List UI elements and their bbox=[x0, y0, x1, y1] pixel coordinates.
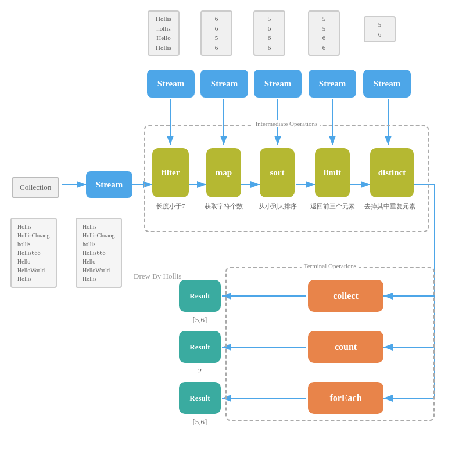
op-filter-label: 长度小于7 bbox=[146, 202, 195, 211]
watermark: Drew By Hollis bbox=[134, 272, 181, 281]
op-filter: filter bbox=[152, 148, 189, 197]
diagram-container: Hollis hollis Hello Hollis 6 6 5 6 5 6 6… bbox=[0, 0, 466, 476]
collection-box: Collection bbox=[12, 177, 59, 198]
stream-btn-main: Stream bbox=[86, 171, 132, 198]
op-distinct-label: 去掉其中重复元素 bbox=[358, 202, 422, 211]
op-collect: collect bbox=[308, 280, 383, 312]
op-limit: limit bbox=[315, 148, 350, 197]
data-card-2: 6 6 5 6 bbox=[200, 10, 232, 56]
op-limit-label: 返回前三个元素 bbox=[302, 202, 363, 211]
stream-btn-1: Stream bbox=[147, 70, 195, 98]
list-card-left-top: Hollis HollisChuang hollis Hollis666 Hel… bbox=[10, 218, 57, 288]
data-card-1: Hollis hollis Hello Hollis bbox=[148, 10, 180, 56]
stream-btn-5: Stream bbox=[363, 70, 411, 98]
data-card-4: 5 5 6 6 bbox=[308, 10, 340, 56]
op-map: map bbox=[206, 148, 241, 197]
result-box-2: Result bbox=[179, 331, 221, 363]
result-box-1: Result bbox=[179, 280, 221, 312]
op-map-label: 获取字符个数 bbox=[198, 202, 250, 211]
op-foreach: forEach bbox=[308, 382, 383, 414]
result-value-2: 2 bbox=[179, 366, 221, 376]
op-sort: sort bbox=[260, 148, 295, 197]
result-value-3: [5,6] bbox=[179, 417, 221, 427]
result-value-1: [5,6] bbox=[179, 315, 221, 324]
list-card-left-bottom: Hollis HollisChuang hollis Hollis666 Hel… bbox=[76, 218, 122, 288]
op-sort-label: 从小到大排序 bbox=[249, 202, 307, 211]
intermediate-label: Intermediate Operations bbox=[253, 120, 320, 127]
data-card-3: 5 6 6 6 bbox=[253, 10, 285, 56]
result-box-3: Result bbox=[179, 382, 221, 414]
stream-btn-3: Stream bbox=[254, 70, 302, 98]
terminal-label: Terminal Operations bbox=[302, 262, 359, 269]
op-count: count bbox=[308, 331, 383, 363]
op-distinct: distinct bbox=[370, 148, 414, 197]
stream-btn-2: Stream bbox=[200, 70, 248, 98]
data-card-5: 5 6 bbox=[364, 16, 396, 42]
stream-btn-4: Stream bbox=[309, 70, 356, 98]
